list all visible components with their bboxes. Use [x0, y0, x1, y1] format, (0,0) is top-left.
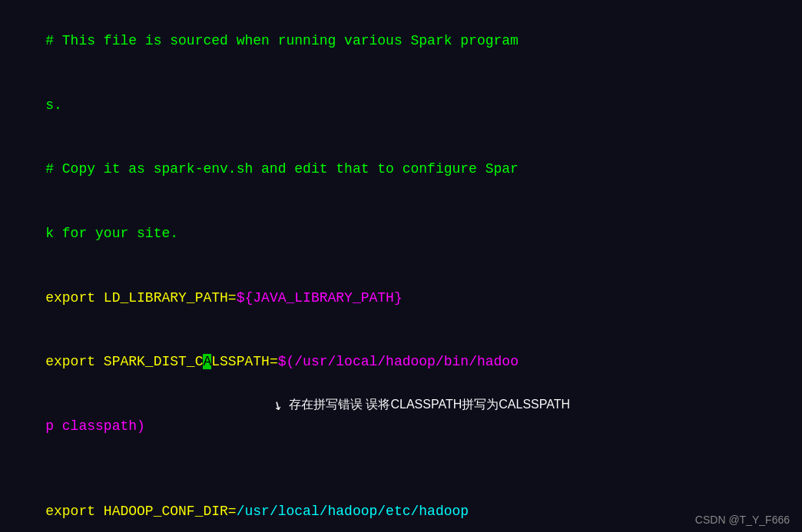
code-line-1: # This file is sourced when running vari…: [12, 9, 790, 74]
code-text: p classpath): [45, 418, 145, 434]
code-text: # Copy it as spark-env.sh and edit that …: [45, 161, 519, 177]
code-text: ${JAVA_LIBRARY_PATH}: [237, 290, 403, 306]
code-line-5: export LD_LIBRARY_PATH=${JAVA_LIBRARY_PA…: [12, 266, 790, 331]
code-line-4: k for your site.: [12, 202, 790, 266]
watermark: CSDN @T_Y_F666: [695, 514, 790, 526]
code-line-3: # Copy it as spark-env.sh and edit that …: [12, 137, 790, 202]
code-text: k for your site.: [45, 226, 178, 241]
tooltip-arrow-icon: ↙: [268, 392, 288, 418]
code-text: # This file is sourced when running vari…: [45, 33, 519, 48]
code-text: $(/usr/local/hadoop/bin/hadoo: [278, 354, 519, 369]
tooltip-text: 存在拼写错误 误将CLASSPATH拼写为CALSSPATH: [289, 395, 570, 415]
code-text: export SPARK_DIST_C: [45, 354, 203, 369]
code-text: /usr/local/hadoop/etc/hadoop: [237, 504, 469, 519]
code-container: # This file is sourced when running vari…: [0, 0, 802, 532]
code-text: export LD_LIBRARY_PATH=: [45, 290, 236, 306]
code-text: export HADOOP_CONF_DIR=: [45, 504, 236, 519]
code-line-8: export HADOOP_CONF_DIR=/usr/local/hadoop…: [12, 481, 790, 532]
code-text: s.: [45, 97, 62, 113]
typo-highlight: A: [203, 354, 211, 369]
code-line-2: s.: [12, 74, 790, 138]
code-line-7: p classpath) ↙ 存在拼写错误 误将CLASSPATH拼写为CALS…: [12, 395, 790, 481]
code-text: LSSPATH=: [211, 354, 277, 369]
code-line-6: export SPARK_DIST_CALSSPATH=$(/usr/local…: [12, 330, 790, 395]
